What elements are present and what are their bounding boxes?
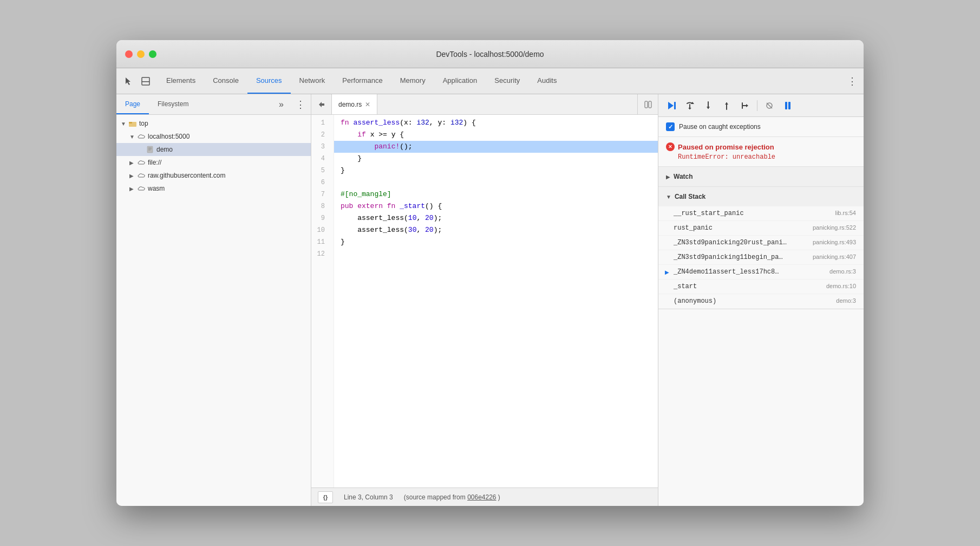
cursor-icon[interactable] bbox=[121, 74, 136, 89]
step-button[interactable] bbox=[737, 98, 753, 113]
editor-tab-demo[interactable]: demo.rs ✕ bbox=[332, 94, 377, 114]
tab-application[interactable]: Application bbox=[434, 68, 486, 94]
tree-item-localhost[interactable]: ▼ localhost:5000 bbox=[116, 130, 311, 143]
tree-arrow-localhost: ▼ bbox=[129, 134, 137, 140]
callstack-header[interactable]: ▼ Call Stack bbox=[658, 187, 864, 206]
editor-tab-close[interactable]: ✕ bbox=[365, 101, 370, 108]
call-frame-loc-4: demo.rs:3 bbox=[829, 268, 856, 275]
editor-tab-label: demo.rs bbox=[338, 101, 362, 108]
tab-performance[interactable]: Performance bbox=[334, 68, 391, 94]
svg-marker-14 bbox=[688, 108, 691, 109]
exception-label: Pause on caught exceptions bbox=[679, 123, 761, 131]
more-tabs-button[interactable]: ⋮ bbox=[841, 68, 864, 94]
cloud-icon-wasm bbox=[137, 184, 146, 193]
editor-nav-back[interactable] bbox=[311, 94, 332, 114]
code-line-8: pub extern fn _start() { bbox=[334, 200, 658, 212]
tree-arrow-raw: ▶ bbox=[129, 173, 137, 179]
code-line-2: if x >= y { bbox=[334, 129, 658, 141]
minimize-button[interactable] bbox=[137, 50, 145, 58]
call-stack-list: lib.rs:54 __rust_start_panic panicking.r… bbox=[658, 206, 864, 309]
tab-sources[interactable]: Sources bbox=[247, 68, 291, 94]
call-frame-loc-0: lib.rs:54 bbox=[835, 210, 856, 216]
step-out-button[interactable] bbox=[719, 98, 734, 113]
step-over-button[interactable] bbox=[682, 98, 697, 113]
code-line-12 bbox=[334, 248, 658, 260]
call-frame-loc-2: panicking.rs:493 bbox=[813, 239, 856, 245]
window-controls bbox=[125, 50, 156, 58]
call-frame-5[interactable]: demo.rs:10 _start bbox=[658, 280, 864, 294]
tab-list: Elements Console Sources Network Perform… bbox=[158, 68, 841, 94]
format-button[interactable]: {} bbox=[318, 491, 333, 503]
code-line-9: assert_less(10, 20); bbox=[334, 212, 658, 224]
rejection-detail: RuntimeError: unreachable bbox=[666, 153, 856, 161]
step-into-button[interactable] bbox=[701, 98, 716, 113]
right-panel: Pause on caught exceptions Paused on pro… bbox=[658, 94, 864, 506]
tree-item-wasm[interactable]: ▶ wasm bbox=[116, 182, 311, 195]
left-panel: Page Filesystem » ⋮ ▼ top ▼ bbox=[116, 94, 311, 506]
callstack-arrow: ▼ bbox=[666, 194, 671, 200]
tab-audits[interactable]: Audits bbox=[528, 68, 565, 94]
close-button[interactable] bbox=[125, 50, 133, 58]
svg-rect-8 bbox=[645, 101, 648, 108]
code-editor-area[interactable]: 1 2 3 4 5 6 7 8 9 10 11 12 fn asse bbox=[311, 115, 658, 487]
debugger-toolbar bbox=[658, 94, 864, 117]
exception-checkbox[interactable] bbox=[666, 122, 675, 131]
code-line-5: } bbox=[334, 165, 658, 177]
more-panel-tabs[interactable]: » bbox=[272, 94, 290, 114]
tree-item-demo[interactable]: demo bbox=[116, 143, 311, 156]
status-position: Line 3, Column 3 bbox=[344, 493, 393, 501]
tree-item-file[interactable]: ▶ file:// bbox=[116, 156, 311, 169]
tree-label-file: file:// bbox=[148, 159, 161, 166]
svg-marker-16 bbox=[707, 107, 710, 109]
tree-label-raw: raw.githubusercontent.com bbox=[148, 172, 225, 179]
call-frame-name-4: _ZN4demo11assert_less17hc8… bbox=[674, 268, 856, 276]
call-frame-loc-3: panicking.rs:407 bbox=[813, 253, 856, 260]
exception-section: Pause on caught exceptions bbox=[658, 117, 864, 137]
cloud-icon-raw bbox=[137, 171, 146, 180]
call-frame-3[interactable]: panicking.rs:407 _ZN3std9panicking11begi… bbox=[658, 250, 864, 265]
code-line-1: fn assert_less(x: i32, y: i32) { bbox=[334, 117, 658, 129]
code-editor: demo.rs ✕ 1 2 3 4 5 6 7 bbox=[311, 94, 658, 506]
panel-more-button[interactable]: ⋮ bbox=[290, 94, 311, 114]
devtools-window: DevTools - localhost:5000/demo Elements … bbox=[116, 40, 864, 506]
call-frame-2[interactable]: panicking.rs:493 _ZN3std9panicking20rust… bbox=[658, 236, 864, 250]
line-numbers: 1 2 3 4 5 6 7 8 9 10 11 12 bbox=[311, 115, 334, 487]
tab-filesystem[interactable]: Filesystem bbox=[149, 94, 197, 114]
svg-rect-3 bbox=[129, 122, 132, 123]
svg-rect-1 bbox=[142, 81, 149, 82]
tab-elements[interactable]: Elements bbox=[158, 68, 204, 94]
code-line-11: } bbox=[334, 236, 658, 248]
code-line-6 bbox=[334, 177, 658, 188]
dock-icon[interactable] bbox=[138, 74, 153, 89]
code-lines: fn assert_less(x: i32, y: i32) { if x >=… bbox=[334, 115, 658, 487]
call-frame-4[interactable]: demo.rs:3 _ZN4demo11assert_less17hc8… bbox=[658, 265, 864, 280]
tab-console[interactable]: Console bbox=[204, 68, 247, 94]
tab-memory[interactable]: Memory bbox=[391, 68, 434, 94]
tab-page[interactable]: Page bbox=[116, 94, 149, 114]
editor-format-btn[interactable] bbox=[637, 94, 658, 114]
call-frame-1[interactable]: panicking.rs:522 rust_panic bbox=[658, 221, 864, 236]
title-bar: DevTools - localhost:5000/demo bbox=[116, 40, 864, 68]
call-frame-loc-1: panicking.rs:522 bbox=[813, 224, 856, 231]
deactivate-breakpoints-button[interactable] bbox=[762, 98, 777, 113]
call-frame-name-6: (anonymous) bbox=[674, 297, 856, 305]
cloud-icon-file bbox=[137, 158, 146, 167]
maximize-button[interactable] bbox=[149, 50, 156, 58]
tab-security[interactable]: Security bbox=[486, 68, 528, 94]
code-line-7: #[no_mangle] bbox=[334, 188, 658, 200]
resume-button[interactable] bbox=[664, 98, 679, 113]
tree-item-top[interactable]: ▼ top bbox=[116, 117, 311, 130]
editor-tabs: demo.rs ✕ bbox=[311, 94, 658, 115]
code-content: 1 2 3 4 5 6 7 8 9 10 11 12 fn asse bbox=[311, 115, 658, 487]
tab-network[interactable]: Network bbox=[291, 68, 334, 94]
tree-item-raw[interactable]: ▶ raw.githubusercontent.com bbox=[116, 169, 311, 182]
watch-section: ▶ Watch bbox=[658, 167, 864, 187]
status-bar: {} Line 3, Column 3 (source mapped from … bbox=[311, 487, 658, 506]
watch-header[interactable]: ▶ Watch bbox=[658, 167, 864, 186]
call-frame-6[interactable]: demo:3 (anonymous) bbox=[658, 294, 864, 309]
svg-rect-9 bbox=[649, 101, 651, 108]
call-frame-0[interactable]: lib.rs:54 __rust_start_panic bbox=[658, 206, 864, 221]
call-frame-loc-6: demo:3 bbox=[836, 297, 856, 304]
pause-on-exception-button[interactable] bbox=[780, 98, 795, 113]
source-map-link[interactable]: 006e4226 bbox=[467, 493, 496, 501]
